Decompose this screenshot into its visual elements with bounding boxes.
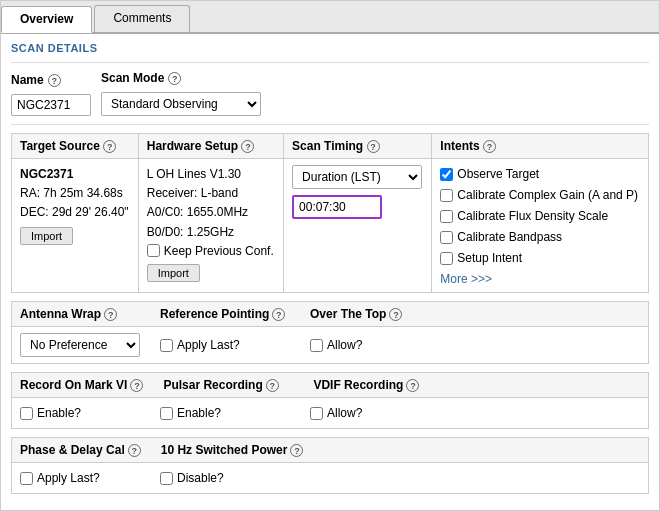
intent-complex-gain-label: Calibrate Complex Gain (A and P) (457, 188, 638, 202)
keep-prev-checkbox[interactable] (147, 244, 160, 257)
hw-line3: A0/C0: 1655.0MHz (147, 205, 248, 219)
duration-select[interactable]: Duration (LST) Duration (UTC) Duration (… (292, 165, 422, 189)
record-mark-label: Enable? (37, 406, 81, 420)
keep-prev-label: Keep Previous Conf. (164, 244, 274, 258)
over-top-checkbox[interactable] (310, 339, 323, 352)
duration-input[interactable] (292, 195, 382, 219)
switched-power-col-title: 10 Hz Switched Power ? (161, 443, 304, 457)
vdif-help-icon[interactable]: ? (406, 379, 419, 392)
ref-pointing-label: Apply Last? (177, 338, 240, 352)
intent-complex-gain-checkbox[interactable] (440, 189, 453, 202)
antenna-section-body: No Preference CW CCW Apply Last? Allow? (12, 327, 648, 363)
intents-help-icon[interactable]: ? (483, 140, 496, 153)
scan-mode-help-icon[interactable]: ? (168, 72, 181, 85)
vdif-control: Allow? (310, 404, 410, 422)
phase-delay-checkbox[interactable] (20, 472, 33, 485)
name-input[interactable] (11, 94, 91, 116)
switched-power-control: Disable? (160, 469, 290, 487)
intents-more-link[interactable]: More >>> (440, 272, 640, 286)
ref-pointing-help-icon[interactable]: ? (272, 308, 285, 321)
phase-section-header: Phase & Delay Cal ? 10 Hz Switched Power… (12, 438, 648, 463)
switched-power-help-icon[interactable]: ? (290, 444, 303, 457)
vdif-col-title: VDIF Recording ? (313, 378, 419, 392)
scan-timing-help-icon[interactable]: ? (367, 140, 380, 153)
main-scan-table: Target Source ? Hardware Setup ? Scan Ti… (11, 133, 649, 293)
intent-flux-density-checkbox[interactable] (440, 210, 453, 223)
intents-cell: Observe Target Calibrate Complex Gain (A… (432, 159, 649, 293)
hardware-setup-help-icon[interactable]: ? (241, 140, 254, 153)
ref-pointing-col-title: Reference Pointing ? (160, 307, 290, 321)
section-title: SCAN DETAILS (11, 42, 649, 54)
switched-power-checkbox[interactable] (160, 472, 173, 485)
record-mark-control: Enable? (20, 404, 140, 422)
intent-setup-row: Setup Intent (440, 251, 640, 265)
antenna-section-box: Antenna Wrap ? Reference Pointing ? Over… (11, 301, 649, 364)
pulsar-help-icon[interactable]: ? (266, 379, 279, 392)
antenna-wrap-control: No Preference CW CCW (20, 333, 140, 357)
pulsar-control: Enable? (160, 404, 290, 422)
vdif-checkbox[interactable] (310, 407, 323, 420)
intent-observe-row: Observe Target (440, 167, 640, 181)
table-row: NGC2371 RA: 7h 25m 34.68s DEC: 29d 29' 2… (12, 159, 649, 293)
intent-observe-label: Observe Target (457, 167, 539, 181)
phase-section-box: Phase & Delay Cal ? 10 Hz Switched Power… (11, 437, 649, 494)
name-help-icon[interactable]: ? (48, 74, 61, 87)
scan-mode-field-group: Scan Mode ? Standard Observing Engineeri… (101, 71, 261, 116)
antenna-wrap-col-title: Antenna Wrap ? (20, 307, 140, 321)
target-import-button[interactable]: Import (20, 227, 73, 245)
hw-line4: B0/D0: 1.25GHz (147, 225, 234, 239)
hw-line2: Receiver: L-band (147, 186, 238, 200)
intent-complex-gain-row: Calibrate Complex Gain (A and P) (440, 188, 640, 202)
scan-mode-select[interactable]: Standard Observing Engineering (101, 92, 261, 116)
record-mark-col-title: Record On Mark VI ? (20, 378, 143, 392)
pulsar-checkbox[interactable] (160, 407, 173, 420)
pulsar-label: Enable? (177, 406, 221, 420)
over-top-help-icon[interactable]: ? (389, 308, 402, 321)
intent-bandpass-checkbox[interactable] (440, 231, 453, 244)
antenna-wrap-help-icon[interactable]: ? (104, 308, 117, 321)
intent-setup-checkbox[interactable] (440, 252, 453, 265)
intent-observe-checkbox[interactable] (440, 168, 453, 181)
col-intents: Intents ? (432, 134, 649, 159)
over-top-control: Allow? (310, 336, 410, 354)
tab-overview[interactable]: Overview (1, 6, 92, 33)
record-section-box: Record On Mark VI ? Pulsar Recording ? V… (11, 372, 649, 429)
ref-pointing-control: Apply Last? (160, 336, 290, 354)
antenna-section-header: Antenna Wrap ? Reference Pointing ? Over… (12, 302, 648, 327)
hardware-import-button[interactable]: Import (147, 264, 200, 282)
antenna-wrap-select[interactable]: No Preference CW CCW (20, 333, 140, 357)
tab-bar: Overview Comments (1, 1, 659, 34)
name-scanmode-row: Name ? Scan Mode ? Standard Observing En… (11, 71, 649, 116)
col-scan-timing: Scan Timing ? (284, 134, 432, 159)
ref-pointing-checkbox[interactable] (160, 339, 173, 352)
pulsar-col-title: Pulsar Recording ? (163, 378, 293, 392)
col-target-source: Target Source ? (12, 134, 139, 159)
main-window: Overview Comments SCAN DETAILS Name ? Sc… (0, 0, 660, 511)
intent-setup-label: Setup Intent (457, 251, 522, 265)
record-mark-checkbox[interactable] (20, 407, 33, 420)
phase-delay-col-title: Phase & Delay Cal ? (20, 443, 141, 457)
hardware-setup-cell: L OH Lines V1.30 Receiver: L-band A0/C0:… (138, 159, 283, 293)
target-ra: RA: 7h 25m 34.68s (20, 186, 123, 200)
keep-prev-row: Keep Previous Conf. (147, 244, 275, 258)
intent-bandpass-row: Calibrate Bandpass (440, 230, 640, 244)
record-mark-help-icon[interactable]: ? (130, 379, 143, 392)
col-hardware-setup: Hardware Setup ? (138, 134, 283, 159)
vdif-label: Allow? (327, 406, 362, 420)
name-label: Name ? (11, 73, 91, 87)
intent-flux-density-row: Calibrate Flux Density Scale (440, 209, 640, 223)
scan-mode-label: Scan Mode ? (101, 71, 261, 85)
scan-timing-cell: Duration (LST) Duration (UTC) Duration (… (284, 159, 432, 293)
phase-section-body: Apply Last? Disable? (12, 463, 648, 493)
target-source-cell: NGC2371 RA: 7h 25m 34.68s DEC: 29d 29' 2… (12, 159, 139, 293)
record-section-header: Record On Mark VI ? Pulsar Recording ? V… (12, 373, 648, 398)
phase-delay-label: Apply Last? (37, 471, 100, 485)
target-name: NGC2371 (20, 167, 73, 181)
tab-comments[interactable]: Comments (94, 5, 190, 32)
target-source-help-icon[interactable]: ? (103, 140, 116, 153)
intent-bandpass-label: Calibrate Bandpass (457, 230, 562, 244)
phase-delay-help-icon[interactable]: ? (128, 444, 141, 457)
hw-line1: L OH Lines V1.30 (147, 167, 241, 181)
name-field-group: Name ? (11, 73, 91, 116)
phase-delay-control: Apply Last? (20, 469, 140, 487)
